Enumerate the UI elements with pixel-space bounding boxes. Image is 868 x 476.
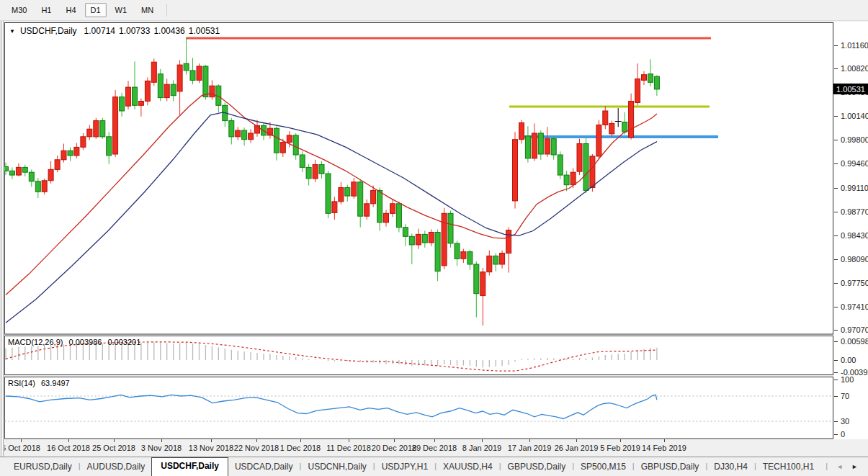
- time-axis-label: 6 Oct 2018: [1, 444, 40, 452]
- price-axis-label: 0.97070: [834, 325, 868, 335]
- price-axis[interactable]: 1.00531 1.011601.008201.004801.001400.99…: [834, 22, 868, 439]
- ohlc-close: 1.00531: [189, 26, 220, 36]
- time-tick-mark: [482, 439, 483, 442]
- candle-body: [493, 256, 498, 264]
- candle-body: [35, 181, 40, 192]
- candle-body: [184, 63, 189, 71]
- candle-body: [525, 136, 530, 158]
- period-button-h1[interactable]: H1: [35, 3, 57, 17]
- tab-usdcad-daily[interactable]: USDCAD,Daily: [228, 459, 300, 476]
- time-tick-mark: [21, 439, 22, 442]
- candle-body: [474, 264, 479, 294]
- candle-body: [364, 204, 370, 216]
- candle-body: [293, 135, 298, 155]
- period-button-h4[interactable]: H4: [60, 3, 81, 17]
- price-axis-label: 1.00820: [834, 64, 868, 73]
- candle-body: [55, 160, 60, 170]
- tab-xauusd-h4[interactable]: XAUUSD,H4: [437, 459, 499, 476]
- period-button-m30[interactable]: M30: [6, 3, 32, 17]
- time-axis-label: 11 Dec 2018: [326, 444, 371, 452]
- candle-body: [158, 74, 163, 98]
- time-axis[interactable]: 6 Oct 201816 Oct 201825 Oct 20183 Nov 20…: [0, 439, 868, 457]
- time-axis-label: 13 Nov 2018: [189, 444, 233, 452]
- candle-body: [352, 182, 357, 196]
- time-tick-mark: [300, 439, 301, 442]
- tab-usdjpy-h1[interactable]: USDJPY,H1: [375, 459, 434, 476]
- time-axis-label: 25 Oct 2018: [92, 444, 135, 452]
- tab-gbpusd-daily[interactable]: GBPUSD,Daily: [635, 459, 706, 476]
- time-tick-mark: [394, 439, 395, 442]
- candle-body: [422, 234, 427, 243]
- tab-scroll-left-icon[interactable]: ◄: [836, 463, 843, 470]
- period-button-d1[interactable]: D1: [85, 3, 107, 17]
- time-axis-label: 16 Oct 2018: [47, 444, 90, 452]
- tab-sp500-m15[interactable]: SP500,M15: [574, 459, 632, 476]
- period-button-mn[interactable]: MN: [135, 3, 159, 17]
- candle-body: [622, 122, 627, 133]
- candle-body: [313, 165, 318, 179]
- tab-audusd-daily[interactable]: AUDUSD,Daily: [81, 459, 152, 476]
- candle-body: [461, 252, 466, 259]
- chart-canvas[interactable]: [0, 0, 868, 476]
- time-tick-mark: [68, 439, 69, 442]
- time-axis-label: 17 Jan 2019: [508, 444, 552, 452]
- candle-body: [551, 139, 556, 155]
- candle-body: [48, 169, 53, 181]
- rsi-value: 63.9497: [41, 379, 70, 387]
- candle-body: [151, 62, 156, 82]
- candle-body: [319, 165, 324, 174]
- candle-body: [487, 256, 492, 271]
- macd-value-signal: 0.003201: [107, 338, 140, 346]
- candle-body: [384, 213, 389, 223]
- candle-body: [94, 121, 99, 137]
- price-axis-label: 0.97750: [834, 279, 868, 288]
- tab-usdchf-daily[interactable]: USDCHF,Daily: [151, 457, 228, 476]
- tab-eurusd-daily[interactable]: EURUSD,Daily: [7, 459, 79, 476]
- time-tick-mark: [620, 439, 621, 442]
- price-axis-label: 1.01160: [834, 41, 868, 50]
- rsi-name: RSI(14): [8, 379, 35, 387]
- tab-scroll-right-icon[interactable]: ►: [851, 463, 858, 470]
- candle-body: [326, 174, 331, 213]
- period-button-w1[interactable]: W1: [109, 3, 133, 17]
- time-axis-label: 26 Jan 2019: [555, 444, 599, 452]
- tab-gbpusd-daily[interactable]: GBPUSD,Daily: [501, 459, 573, 476]
- time-axis-label: 3 Nov 2018: [141, 444, 182, 452]
- candle-body: [287, 135, 292, 143]
- candle-body: [429, 233, 434, 243]
- price-axis-label: 0.98430: [834, 231, 868, 241]
- tab-tech100-h1[interactable]: TECH100,H1: [756, 459, 820, 476]
- candle-body: [145, 81, 150, 101]
- ohlc-open: 1.00714: [84, 26, 115, 36]
- tab-scroll-arrows: | ◄ ►: [826, 462, 858, 476]
- candle-body: [9, 171, 14, 175]
- candle-body: [280, 143, 285, 153]
- candle-body: [345, 188, 350, 197]
- price-axis-label: 0.98770: [834, 207, 868, 217]
- candle-body: [648, 74, 653, 83]
- rsi-panel: [5, 377, 833, 439]
- candle-body: [210, 86, 215, 97]
- candle-body: [590, 156, 595, 188]
- macd-axis-label: 0.005985: [834, 337, 868, 346]
- candle-body: [236, 130, 241, 137]
- candle-body: [306, 167, 311, 179]
- candle-body: [113, 97, 118, 154]
- time-tick-mark: [576, 439, 577, 442]
- candle-body: [571, 172, 576, 184]
- candle-body: [197, 66, 202, 80]
- candle-body: [177, 65, 182, 91]
- macd-indicator-label: MACD(12,26,9) 0.003986 0.003201: [8, 338, 144, 346]
- time-tick-mark: [211, 439, 212, 442]
- chart-dropdown-icon[interactable]: ▼: [9, 28, 15, 35]
- candle-body: [603, 111, 608, 125]
- tab-dj30-h4[interactable]: DJ30,H4: [707, 459, 754, 476]
- tab-usdcnh-daily[interactable]: USDCNH,Daily: [301, 459, 372, 476]
- candle-body: [480, 272, 486, 296]
- candle-body: [396, 204, 401, 228]
- candle-body: [448, 213, 453, 243]
- candle-body: [403, 228, 408, 237]
- time-tick-mark: [434, 439, 435, 442]
- candle-body: [358, 182, 363, 216]
- current-price-tag: 1.00531: [833, 84, 868, 94]
